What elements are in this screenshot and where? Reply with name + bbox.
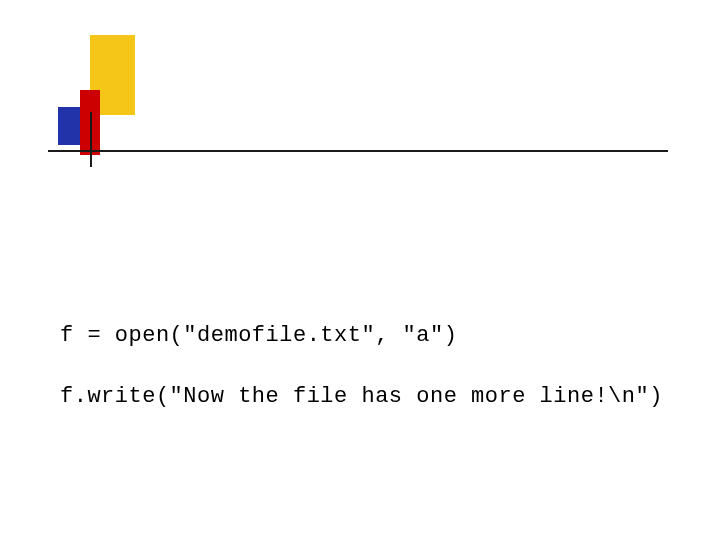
code-line-1: f = open("demofile.txt", "a") xyxy=(60,321,663,352)
divider-horizontal xyxy=(48,150,668,152)
code-line-2: f.write("Now the file has one more line!… xyxy=(60,382,663,413)
code-snippet: f = open("demofile.txt", "a") f.write("N… xyxy=(60,290,663,444)
logo-blue-rect xyxy=(58,107,80,145)
slide-logo xyxy=(50,35,150,155)
divider-vertical xyxy=(90,112,92,167)
